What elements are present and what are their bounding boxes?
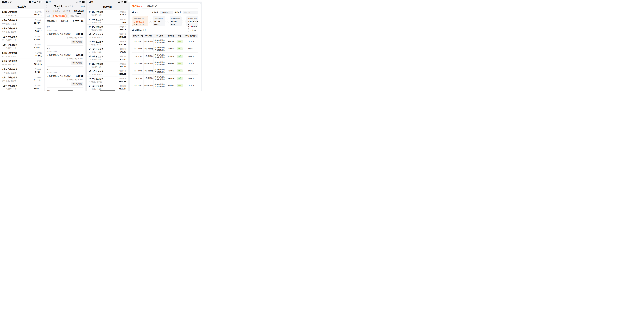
cell-type: 创作者激励 <box>144 67 154 74</box>
income-row[interactable]: 6月29日收益结算 34个视频产生收益 预期收益 ¥910.6 <box>86 10 128 17</box>
table-header-cell: 收入归属月份? <box>184 34 198 38</box>
income-row[interactable]: 7月18日收益结算 38个视频产生收益 预期收益 ¥264.82 <box>0 34 44 42</box>
row-title: 6月26日收益结算 <box>88 33 104 36</box>
cell-month: 202407 <box>184 60 198 67</box>
entry-date: 4/13 <box>47 47 84 49</box>
phone2-navbar: 预估收入 结算记录 规则 <box>44 4 86 9</box>
filter-pill[interactable]: 内容动态激励 <box>53 14 66 18</box>
income-row[interactable]: 7月15日收益结算 35个视频产生收益 预期收益 ¥156.71 <box>0 58 44 66</box>
cell-type: 创作者激励 <box>144 52 154 60</box>
dashboard-tab[interactable]: 预估收入? <box>132 5 142 9</box>
cell-amount: +347.46 <box>166 45 176 52</box>
filter-pill[interactable]: 其他活动激励 <box>68 14 81 18</box>
row-subtitle: 33个视频产生收益 <box>88 73 104 76</box>
month-select[interactable]: 2024年7月 <box>160 10 173 14</box>
income-row[interactable]: 7月13日收益结算 34个视频产生收益 预期收益 ¥121.32 <box>0 75 44 83</box>
expected-income-label: 预期收益 <box>34 35 42 38</box>
income-row[interactable]: 7月21日收益结算 45个视频产生收益 预期收益 ¥563.41 <box>0 9 44 17</box>
income-row[interactable]: 7月17日收益结算 36个视频产生收益 预期收益 ¥162.87 <box>0 42 44 50</box>
status-time: 13:39 <box>2 1 7 3</box>
income-type-tab[interactable]: 创作者激励 <box>74 10 84 13</box>
income-type-tab[interactable]: 种草任务 <box>63 10 70 12</box>
row-subtitle: 37个视频产生收益 <box>88 58 104 61</box>
cell-date: 2024-07-01 <box>132 82 144 89</box>
dashboard-tab[interactable]: 结算记录? <box>147 5 157 9</box>
top-content-detail-button[interactable]: TOP内容明细 <box>71 40 84 44</box>
help-icon[interactable]: ? <box>141 5 142 7</box>
cell-month: 202407 <box>184 67 198 74</box>
entry-amount: +939.63 <box>76 33 84 35</box>
income-type-tab[interactable]: 全部 <box>46 10 50 12</box>
income-row[interactable]: 6月21日收益结算 33个视频产生收益 预期收益 ¥199.61 <box>86 69 128 76</box>
expected-income-label: 预期收益 <box>119 78 126 80</box>
row-title: 7月21日收益结算 <box>2 11 18 13</box>
table-header-cell: 状态? <box>176 34 184 38</box>
row-subtitle: 36个视频产生收益 <box>2 47 18 49</box>
date-picker-input[interactable]: 选择日期 <box>183 10 198 14</box>
delta-down: ▼78.44% <box>191 26 197 27</box>
july-income-list: 7月21日收益结算 45个视频产生收益 预期收益 ¥563.41 7月20日收益… <box>0 9 44 91</box>
monthly-income-card: 2024年04月▼ 展开趋势▼ ¥ 59171.63 昨天 内容动态激励 [内容… <box>45 18 85 91</box>
row-amount: ¥329.71 <box>34 22 42 24</box>
income-row[interactable]: 6月22日收益结算 38个视频产生收益 预期收益 ¥48.08 <box>86 61 128 69</box>
eye-icon[interactable] <box>137 11 139 13</box>
month-dropdown[interactable]: 2024年04月▼ <box>47 20 58 22</box>
month-total-amount: ¥ 59171.63 <box>73 20 84 22</box>
panel-july-income-app: 13:39 HD 4G 收益明细 <box>0 0 44 91</box>
table-header-cell: 收入产生日期? <box>132 34 144 38</box>
page-title: 收益明细 <box>103 5 112 8</box>
cell-amount: +306.17 <box>166 52 176 60</box>
entry-amount: +711.28 <box>76 54 84 56</box>
status-badge: 收入 <box>177 55 183 58</box>
rules-link[interactable]: 规则 <box>81 5 84 8</box>
income-row[interactable]: 7月19日收益结算 46个视频产生收益 预期收益 ¥89.12 <box>0 26 44 34</box>
row-subtitle: 33个视频产生收益 <box>2 88 18 90</box>
tab-settlement-record[interactable]: 结算记录 <box>66 5 74 8</box>
tab-estimated-income[interactable]: 预估收入 <box>54 5 63 8</box>
incentive-entry: 4/11 内容动态激励 [内容动态激励] 内容效果激励 +839.53 收入归属… <box>47 66 84 87</box>
income-row[interactable]: 7月12日收益结算 33个视频产生收益 预期收益 ¥563.12 <box>0 83 44 91</box>
cell-status: 收入 <box>176 60 184 67</box>
income-row[interactable]: 6月25日收益结算 48个视频产生收益 预期收益 ¥535.47 <box>86 39 128 47</box>
operator-icon: + <box>182 20 186 23</box>
row-amount: ¥910.6 <box>120 13 126 16</box>
entry-title: [内容动态激励] 内容效果激励 <box>47 33 71 35</box>
back-icon[interactable] <box>88 6 90 8</box>
income-row[interactable]: 7月14日收益结算 33个视频产生收益 预期收益 ¥25.21 <box>0 66 44 75</box>
signal-bars-icon <box>34 1 36 2</box>
june-income-list: 6月29日收益结算 34个视频产生收益 预期收益 ¥910.6 6月28日收益结… <box>86 10 128 91</box>
composite-screenshot: 13:39 HD 4G 收益明细 <box>0 0 202 91</box>
cell-type: 创作者激励 <box>144 74 154 82</box>
back-icon[interactable] <box>46 5 47 7</box>
income-row[interactable]: 6月27日收益结算 37个视频产生收益 预期收益 ¥663.1 <box>86 24 128 32</box>
cell-status: 收入 <box>176 45 184 52</box>
income-row[interactable]: 7月16日收益结算 36个视频产生收益 预期收益 ¥68.91 <box>0 50 44 58</box>
home-indicator <box>58 90 73 90</box>
income-row[interactable]: 6月24日收益结算 40个视频产生收益 预期收益 ¥47.35 <box>86 47 128 54</box>
back-icon[interactable] <box>2 5 3 8</box>
income-row[interactable]: 6月20日收益结算 29个视频产生收益 预期收益 ¥155.32 <box>86 76 128 84</box>
row-subtitle: 44个视频产生收益 <box>2 23 18 25</box>
top-content-detail-button[interactable]: TOP内容明细 <box>71 82 84 86</box>
income-type-tab[interactable]: 带货收入 <box>53 10 60 12</box>
help-icon[interactable]: ? <box>147 30 149 31</box>
help-icon[interactable]: ? <box>196 35 197 36</box>
cell-status: 收入 <box>176 74 184 82</box>
cell-date: 2024-07-06 <box>132 45 144 52</box>
card-title: 预估带货收入（元） <box>154 17 164 19</box>
phone3-navbar: 收益明细 <box>86 4 128 10</box>
top-content-detail-button[interactable]: TOP内容明细 <box>71 61 84 65</box>
row-title: 7月14日收益结算 <box>2 68 18 71</box>
cell-date: 2024-07-03 <box>132 67 144 74</box>
row-amount: ¥663.1 <box>120 28 126 31</box>
help-icon[interactable]: ? <box>155 5 157 7</box>
trend-dropdown[interactable]: 展开趋势▼ <box>61 20 70 22</box>
income-type-tabs: 全部 带货收入 种草任务 创作者激励 <box>44 9 86 13</box>
filter-pill[interactable]: 全部 <box>45 14 52 18</box>
income-row[interactable]: 6月28日收益结算 35个视频产生收益 预期收益 ¥564 <box>86 17 128 24</box>
download-table-button[interactable]: 下载表格 <box>188 28 198 32</box>
income-row[interactable]: 6月26日收益结算 44个视频产生收益 预期收益 ¥543.61 <box>86 32 128 39</box>
income-row[interactable]: 7月20日收益结算 44个视频产生收益 预期收益 ¥329.71 <box>0 17 44 26</box>
cell-type: 创作者激励 <box>144 45 154 52</box>
income-row[interactable]: 6月23日收益结算 37个视频产生收益 预期收益 ¥68.08 <box>86 54 128 61</box>
